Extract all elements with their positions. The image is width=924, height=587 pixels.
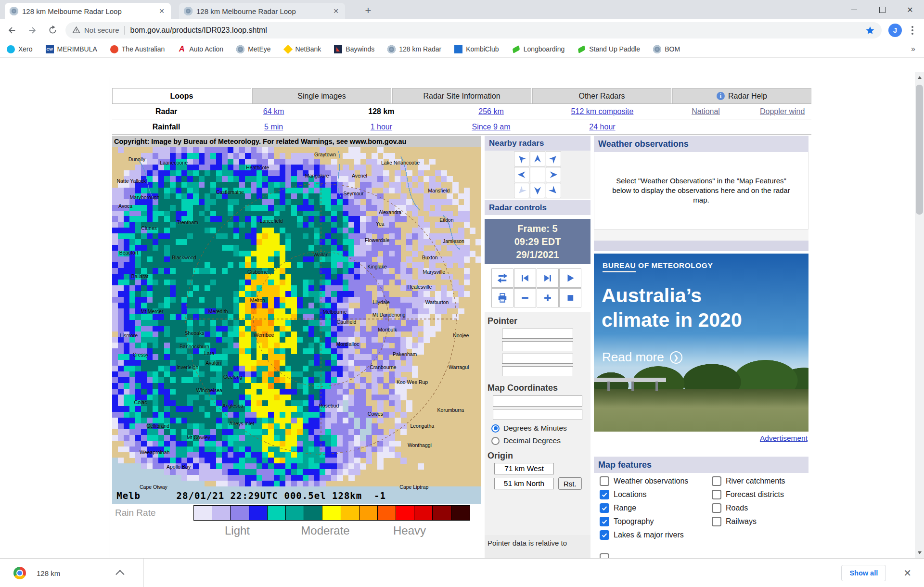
pointer-field-1[interactable] — [502, 329, 573, 339]
checkbox-unchecked-icon[interactable] — [600, 476, 609, 486]
checkbox-checked-icon[interactable] — [600, 490, 609, 499]
checkbox-checked-icon[interactable] — [600, 530, 609, 540]
feature-weather-observations[interactable]: Weather observations — [600, 476, 688, 486]
nearby-radar-n-arrow[interactable] — [530, 151, 545, 166]
pointer-field-2[interactable] — [502, 341, 573, 351]
advertisement-link[interactable]: Advertisement — [760, 434, 808, 443]
feature-range[interactable]: Range — [600, 503, 636, 513]
bookmark-the-australian[interactable]: The Australian — [110, 45, 165, 53]
bookmark-auto-action[interactable]: AAuto Action — [178, 45, 223, 53]
bookmark-netbank[interactable]: NetBank — [284, 45, 321, 53]
nearby-radar-s-arrow[interactable] — [530, 183, 545, 198]
tab-close-icon[interactable]: ✕ — [157, 7, 166, 15]
close-downloads-bar-icon[interactable]: ✕ — [903, 567, 911, 579]
radio-option-decimal-degrees[interactable]: Decimal Degrees — [491, 436, 590, 445]
control-loop-button[interactable] — [491, 268, 513, 288]
nearby-radar-w-arrow[interactable] — [514, 167, 529, 182]
nearby-radar-ne-arrow[interactable] — [546, 151, 561, 166]
browser-menu-button[interactable] — [907, 25, 918, 36]
tab-radar-help[interactable]: iRadar Help — [672, 88, 811, 103]
bookmark-xero[interactable]: Xero — [7, 45, 33, 53]
feature-river-catchments[interactable]: River catchments — [712, 476, 785, 486]
maximize-button[interactable] — [868, 0, 896, 19]
bookmark-baywinds[interactable]: Baywinds — [334, 45, 374, 53]
control-plus-button[interactable] — [537, 288, 559, 307]
download-item[interactable]: 128 km — [13, 567, 124, 579]
profile-avatar[interactable]: J — [888, 24, 902, 37]
nearby-radar-se-arrow[interactable] — [546, 183, 561, 198]
radar-link-512-km-composite[interactable]: 512 km composite — [571, 107, 634, 115]
browser-tab-2[interactable]: 128 km Melbourne Radar Loop ✕ — [179, 3, 345, 19]
bookmark-star-icon[interactable] — [865, 26, 875, 35]
radio-unselected-icon[interactable] — [491, 437, 500, 445]
rainfall-link-5-min[interactable]: 5 min — [264, 123, 283, 131]
origin-north-field[interactable] — [494, 478, 554, 489]
new-tab-button[interactable]: + — [361, 4, 375, 18]
url-text[interactable]: bom.gov.au/products/IDR023.loop.shtml — [130, 26, 865, 35]
ad-read-more-link[interactable]: Read more ❯ — [602, 350, 682, 365]
reload-button[interactable] — [44, 22, 61, 38]
pointer-field-4[interactable] — [502, 366, 573, 376]
feature-railways[interactable]: Railways — [712, 517, 757, 526]
radio-selected-icon[interactable] — [491, 424, 500, 433]
feature-roads[interactable]: Roads — [712, 503, 748, 513]
control-print-button[interactable] — [491, 288, 513, 307]
show-all-downloads-button[interactable]: Show all — [841, 565, 886, 581]
checkbox-unchecked-icon[interactable] — [712, 476, 721, 486]
forward-button[interactable] — [24, 22, 40, 38]
radar-link-64-km[interactable]: 64 km — [263, 107, 284, 115]
nearby-radar-nw-arrow[interactable] — [514, 151, 529, 166]
tab-close-icon[interactable]: ✕ — [332, 7, 340, 15]
checkbox-unchecked-icon[interactable] — [712, 517, 721, 526]
nearby-radar-e-arrow[interactable] — [546, 167, 561, 182]
address-bar[interactable]: Not secure bom.gov.au/products/IDR023.lo… — [65, 22, 882, 38]
control-play-button[interactable] — [559, 268, 581, 288]
checkbox-checked-icon[interactable] — [600, 503, 609, 513]
radio-option-degrees-minutes[interactable]: Degrees & Minutes — [491, 424, 590, 433]
control-minus-button[interactable] — [514, 288, 536, 307]
checkbox-checked-icon[interactable] — [600, 517, 609, 526]
page-scrollbar[interactable] — [915, 72, 924, 558]
coordinate-field-2[interactable] — [493, 409, 582, 420]
control-last-button[interactable] — [537, 268, 559, 288]
feature-locations[interactable]: Locations — [600, 490, 647, 499]
checkbox-unchecked-icon[interactable] — [712, 503, 721, 513]
radar-link-national[interactable]: National — [692, 107, 720, 115]
coordinate-field-1[interactable] — [493, 396, 582, 407]
security-label[interactable]: Not secure — [84, 26, 119, 34]
bookmark-stand-up-paddle[interactable]: Stand Up Paddle — [578, 45, 640, 53]
close-button[interactable]: ✕ — [896, 0, 924, 19]
control-first-button[interactable] — [514, 268, 536, 288]
bookmark-128-km-radar[interactable]: 128 km Radar — [387, 45, 441, 53]
rainfall-link-since-9-am[interactable]: Since 9 am — [472, 123, 510, 131]
scrollbar-thumb[interactable] — [916, 85, 923, 215]
back-button[interactable] — [4, 22, 20, 38]
tab-other-radars[interactable]: Other Radars — [532, 88, 671, 103]
radar-link-doppler-wind[interactable]: Doppler wind — [760, 107, 805, 115]
feature-partial[interactable] — [600, 553, 614, 558]
reset-origin-button[interactable]: Rst. — [558, 477, 582, 490]
radar-link-256-km[interactable]: 256 km — [478, 107, 503, 115]
bookmark-meteye[interactable]: MetEye — [236, 45, 270, 53]
feature-forecast-districts[interactable]: Forecast districts — [712, 490, 784, 499]
bookmark-merimbula[interactable]: CWMERIMBULA — [46, 45, 97, 53]
tab-radar-site-information[interactable]: Radar Site Information — [392, 88, 531, 103]
radar-map-image[interactable]: DunollyLaanecoorieHeathcoteGraytownLake … — [112, 147, 481, 504]
bookmarks-overflow-chevron[interactable]: » — [911, 45, 915, 53]
origin-west-field[interactable] — [494, 463, 554, 474]
bookmark-kombiclub[interactable]: KombiClub — [454, 45, 499, 53]
pointer-field-3[interactable] — [502, 354, 573, 364]
minimize-button[interactable] — [840, 0, 868, 19]
bom-advertisement[interactable]: BUREAU OF METEOROLOGY Australia’s climat… — [594, 254, 808, 432]
chevron-up-icon[interactable] — [116, 570, 124, 578]
tab-single-images[interactable]: Single images — [252, 88, 391, 103]
bookmark-longboarding[interactable]: Longboarding — [512, 45, 565, 53]
feature-lakes-major-rivers[interactable]: Lakes & major rivers — [600, 530, 684, 540]
scroll-down-arrow[interactable] — [915, 548, 924, 558]
tab-loops[interactable]: Loops — [112, 88, 251, 103]
rainfall-link-24-hour[interactable]: 24 hour — [589, 123, 615, 131]
bookmark-bom[interactable]: BOM — [653, 45, 680, 53]
feature-topography[interactable]: Topography — [600, 517, 654, 526]
rainfall-link-1-hour[interactable]: 1 hour — [371, 123, 392, 131]
browser-tab-1[interactable]: 128 km Melbourne Radar Loop ✕ — [5, 3, 171, 19]
